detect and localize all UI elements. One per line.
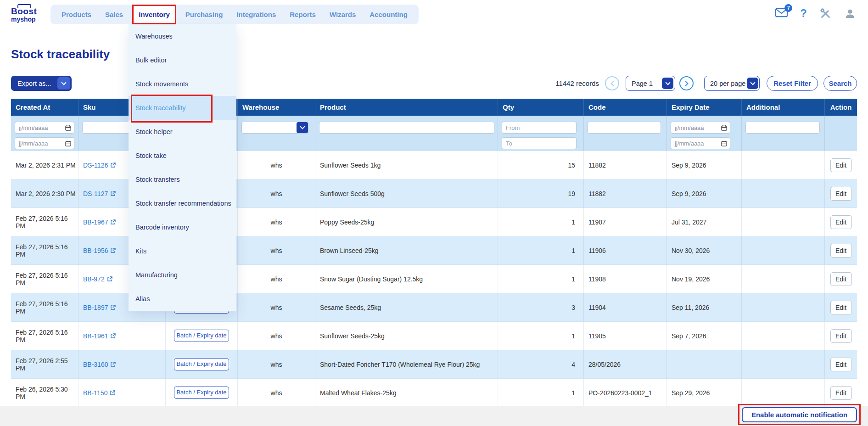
warehouse-cell: whs bbox=[238, 379, 315, 407]
expiry-to-date-input[interactable]: jj/mm/aaaa bbox=[671, 137, 730, 149]
sku-text: DS-1127 bbox=[83, 190, 108, 197]
nav-item-wizards[interactable]: Wizards bbox=[328, 11, 358, 18]
nav-item-accounting[interactable]: Accounting bbox=[368, 11, 409, 18]
nav-item-reports[interactable]: Reports bbox=[288, 11, 318, 18]
menu-item-bulk-editor[interactable]: Bulk editor bbox=[129, 48, 236, 72]
tools-icon[interactable] bbox=[819, 7, 832, 20]
nav-item-products[interactable]: Products bbox=[60, 11, 93, 18]
warehouse-filter-select[interactable] bbox=[241, 122, 308, 134]
main-menu: Products Sales Inventory Purchasing Inte… bbox=[50, 5, 419, 24]
menu-item-alias[interactable]: Alias bbox=[129, 287, 236, 311]
header-warehouse: Warehouse bbox=[238, 99, 315, 116]
sku-link[interactable]: BB-1956 bbox=[83, 247, 116, 254]
menu-item-barcode-inventory[interactable]: Barcode inventory bbox=[129, 215, 236, 239]
edit-button[interactable]: Edit bbox=[830, 187, 852, 201]
menu-item-stock-take[interactable]: Stock take bbox=[129, 144, 236, 168]
mail-icon[interactable]: 7 bbox=[775, 8, 788, 19]
menu-item-stock-transfers[interactable]: Stock transfers bbox=[129, 168, 236, 191]
qty-cell: 4 bbox=[498, 350, 584, 378]
created-at-cell: Feb 27, 2026 5:16 PM bbox=[11, 208, 78, 236]
header-product: Product bbox=[315, 99, 498, 116]
menu-item-stock-transfer-recommendations[interactable]: Stock transfer recommendations bbox=[129, 191, 236, 215]
sku-link[interactable]: BB-972 bbox=[83, 275, 112, 283]
filter-code bbox=[584, 116, 667, 151]
prev-page-button[interactable] bbox=[605, 76, 619, 90]
nav-item-sales[interactable]: Sales bbox=[103, 11, 125, 18]
expiry-cell: Nov 30, 2026 bbox=[667, 236, 742, 264]
next-page-button[interactable] bbox=[679, 76, 694, 90]
logo[interactable]: Boost myshop bbox=[11, 4, 37, 23]
nav-item-purchasing[interactable]: Purchasing bbox=[184, 11, 225, 18]
date-placeholder: jj/mm/aaaa bbox=[675, 140, 704, 147]
export-button[interactable]: Export as... bbox=[11, 76, 72, 91]
external-link-icon bbox=[107, 276, 112, 282]
filter-qty bbox=[498, 116, 584, 151]
sku-link[interactable]: BB-1967 bbox=[83, 219, 116, 226]
search-button[interactable]: Search bbox=[823, 76, 857, 91]
filter-expiry: jj/mm/aaaa jj/mm/aaaa bbox=[667, 116, 742, 151]
sku-link[interactable]: DS-1127 bbox=[83, 190, 116, 197]
additional-filter-input[interactable] bbox=[745, 122, 820, 134]
enable-automatic-notification-button[interactable]: Enable automatic notification bbox=[742, 407, 857, 422]
qty-from-input[interactable] bbox=[502, 122, 577, 134]
edit-button[interactable]: Edit bbox=[830, 358, 852, 371]
nav-item-inventory[interactable]: Inventory bbox=[132, 5, 176, 24]
sku-link[interactable]: BB-1897 bbox=[83, 304, 116, 311]
edit-button[interactable]: Edit bbox=[830, 272, 852, 286]
code-filter-input[interactable] bbox=[588, 122, 661, 134]
page-selector[interactable]: Page 1 bbox=[626, 76, 675, 91]
menu-item-manufacturing[interactable]: Manufacturing bbox=[129, 263, 236, 287]
code-cell: 11882 bbox=[584, 179, 667, 207]
edit-button[interactable]: Edit bbox=[830, 215, 852, 229]
code-cell: 11906 bbox=[584, 236, 667, 264]
warehouse-cell: whs bbox=[238, 151, 315, 179]
reset-filter-button[interactable]: Reset Filter bbox=[767, 76, 818, 91]
created-at-from-date-input[interactable]: jj/mm/aaaa bbox=[15, 122, 74, 134]
product-cell: Sesame Seeds, 25kg bbox=[315, 293, 498, 321]
sku-text: BB-1961 bbox=[83, 332, 108, 340]
expiry-from-date-input[interactable]: jj/mm/aaaa bbox=[671, 122, 730, 134]
edit-button[interactable]: Edit bbox=[830, 244, 852, 258]
menu-item-warehouses[interactable]: Warehouses bbox=[129, 24, 236, 48]
nav-item-integrations[interactable]: Integrations bbox=[235, 11, 278, 18]
date-placeholder: jj/mm/aaaa bbox=[19, 140, 48, 147]
batch-expiry-button[interactable]: Batch / Expiry date bbox=[174, 330, 229, 342]
header-additional: Additional bbox=[742, 99, 825, 116]
sku-link[interactable]: BB-3160 bbox=[83, 361, 116, 368]
created-at-cell: Feb 27, 2026 5:16 PM bbox=[11, 265, 78, 293]
user-icon[interactable] bbox=[844, 7, 856, 19]
menu-item-stock-helper[interactable]: Stock helper bbox=[129, 120, 236, 144]
sku-link[interactable]: DS-1126 bbox=[83, 162, 116, 169]
external-link-icon bbox=[110, 163, 116, 168]
qty-to-input[interactable] bbox=[502, 137, 577, 149]
warehouse-cell: whs bbox=[238, 350, 315, 378]
additional-cell bbox=[742, 322, 825, 350]
action-cell: Edit bbox=[825, 322, 857, 350]
edit-button[interactable]: Edit bbox=[830, 158, 852, 172]
chevron-down-icon bbox=[57, 77, 70, 90]
per-page-selector[interactable]: 20 per page bbox=[704, 76, 760, 91]
edit-button[interactable]: Edit bbox=[830, 329, 852, 343]
edit-button[interactable]: Edit bbox=[830, 301, 852, 314]
warehouse-cell: whs bbox=[238, 236, 315, 264]
menu-item-stock-movements[interactable]: Stock movements bbox=[129, 72, 236, 96]
created-at-cell: Feb 27, 2026 5:16 PM bbox=[11, 293, 78, 321]
menu-item-kits[interactable]: Kits bbox=[129, 239, 236, 263]
created-at-to-date-input[interactable]: jj/mm/aaaa bbox=[15, 137, 74, 149]
sku-link[interactable]: BB-1150 bbox=[83, 389, 115, 397]
additional-cell bbox=[742, 179, 825, 207]
help-icon[interactable]: ? bbox=[800, 7, 807, 20]
additional-cell bbox=[742, 293, 825, 321]
batch-expiry-button[interactable]: Batch / Expiry date bbox=[174, 387, 229, 398]
sku-link[interactable]: BB-1961 bbox=[83, 332, 116, 340]
edit-button[interactable]: Edit bbox=[830, 386, 852, 400]
qty-cell: 1 bbox=[498, 236, 584, 264]
menu-item-stock-traceability[interactable]: Stock traceability bbox=[129, 96, 236, 120]
external-link-icon bbox=[110, 305, 116, 310]
chevron-down-icon bbox=[297, 122, 308, 133]
sku-text: DS-1126 bbox=[83, 162, 108, 169]
batch-expiry-button[interactable]: Batch / Expiry date bbox=[174, 358, 229, 370]
sku-text: BB-1967 bbox=[83, 219, 108, 226]
product-filter-input[interactable] bbox=[319, 122, 494, 134]
header-action: Action bbox=[825, 99, 857, 116]
